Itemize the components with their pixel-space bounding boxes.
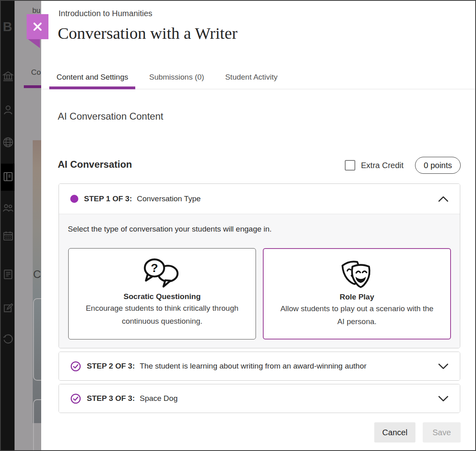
svg-text:?: ?: [151, 261, 158, 274]
backdrop-heading-fragment: C: [33, 268, 41, 281]
close-icon: [31, 20, 44, 33]
backdrop-tab-underline: [24, 85, 41, 88]
courses-icon: [2, 171, 14, 183]
extra-credit-checkbox[interactable]: [345, 160, 355, 171]
messages-icon: [2, 302, 14, 314]
extra-credit-label: Extra Credit: [361, 161, 404, 170]
sidebar-item-activity-history[interactable]: [2, 333, 14, 345]
conversation-type-instruction: Select the type of conversation your stu…: [68, 225, 272, 234]
step-1-header[interactable]: STEP 1 OF 3: Conversation Type: [59, 184, 460, 214]
app-window: B: [0, 0, 476, 451]
option-title: Role Play: [340, 293, 374, 301]
role-play-masks-icon: [340, 256, 374, 291]
step-1-label: STEP 1 OF 3:: [84, 194, 132, 203]
sidebar-item-profile[interactable]: [2, 104, 14, 116]
app-sidebar: B: [1, 1, 15, 450]
sidebar-item-institution[interactable]: [2, 70, 14, 82]
step-2-title: The student is learning about writing fr…: [140, 362, 367, 371]
step-3-title: Space Dog: [140, 394, 178, 403]
chevron-down-icon[interactable]: [438, 363, 449, 369]
content-heading: AI Conversation Content: [58, 111, 163, 122]
sidebar-item-globe[interactable]: [2, 136, 14, 148]
globe-icon: [2, 136, 14, 148]
socratic-questioning-icon: ?: [143, 256, 182, 291]
step-3-label: STEP 3 OF 3:: [87, 394, 135, 403]
organizations-icon: [2, 202, 14, 214]
option-title: Socratic Questioning: [124, 292, 201, 301]
chevron-up-icon[interactable]: [438, 196, 449, 202]
step-1-body: Select the type of conversation your stu…: [59, 214, 460, 348]
institution-icon: [2, 70, 14, 82]
tab-bar: Content and Settings Submissions (0) Stu…: [41, 65, 475, 89]
sidebar-item-grades[interactable]: [2, 268, 14, 280]
option-description: Encourage students to think critically t…: [82, 302, 242, 328]
step-3-header[interactable]: STEP 3 OF 3: Space Dog: [59, 384, 460, 413]
tab-submissions[interactable]: Submissions (0): [142, 65, 211, 89]
tab-content-and-settings[interactable]: Content and Settings: [49, 65, 135, 89]
sidebar-item-courses[interactable]: [2, 171, 14, 183]
activity-history-icon: [2, 333, 14, 345]
dimmed-page-backdrop: bu Co C: [15, 1, 41, 450]
brand-logo: B: [3, 19, 12, 34]
option-role-play[interactable]: Role Play Allow students to play out a s…: [263, 248, 451, 339]
save-button[interactable]: Save: [423, 422, 461, 443]
backdrop-text-fragment: bu: [32, 6, 40, 15]
step-2-card: STEP 2 OF 3: The student is learning abo…: [59, 352, 460, 381]
extra-credit-group: Extra Credit: [345, 160, 404, 171]
step-complete-check-icon: [70, 393, 81, 404]
tab-student-activity[interactable]: Student Activity: [218, 65, 285, 89]
sidebar-item-messages[interactable]: [2, 302, 14, 314]
chevron-down-icon[interactable]: [438, 396, 449, 402]
profile-icon: [2, 104, 14, 116]
backdrop-photo: [33, 140, 41, 423]
page-title: Conversation with a Writer: [58, 23, 237, 43]
content-item-panel: Introduction to Humanities Conversation …: [41, 1, 475, 450]
step-current-dot-icon: [70, 195, 78, 203]
section-title: AI Conversation: [58, 159, 132, 170]
step-3-card: STEP 3 OF 3: Space Dog: [59, 384, 460, 413]
backdrop-tab-fragment: Co: [31, 68, 41, 77]
option-description: Allow students to play out a scenario wi…: [277, 302, 436, 328]
points-pill[interactable]: 0 points: [415, 157, 461, 174]
step-complete-check-icon: [70, 361, 81, 372]
course-name: Introduction to Humanities: [59, 9, 152, 18]
sidebar-item-organizations[interactable]: [2, 202, 14, 214]
step-2-header[interactable]: STEP 2 OF 3: The student is learning abo…: [59, 352, 460, 380]
step-1-title: Conversation Type: [137, 194, 201, 203]
sidebar-item-calendar[interactable]: [2, 230, 14, 242]
option-socratic-questioning[interactable]: ? Socratic Questioning Encourage student…: [68, 248, 256, 339]
cancel-button[interactable]: Cancel: [374, 422, 415, 443]
calendar-icon: [2, 230, 14, 242]
grades-icon: [2, 268, 14, 280]
step-2-label: STEP 2 OF 3:: [87, 362, 135, 371]
step-1-card: STEP 1 OF 3: Conversation Type Select th…: [59, 183, 460, 348]
close-button[interactable]: [27, 14, 48, 39]
